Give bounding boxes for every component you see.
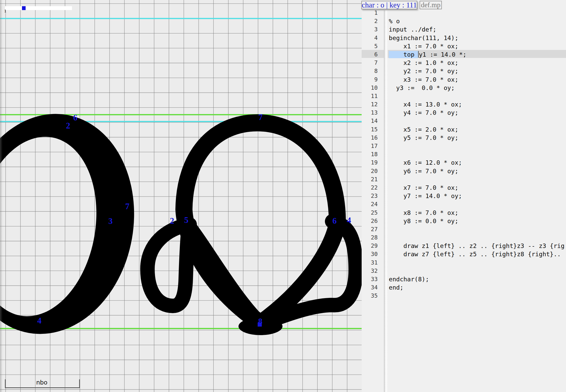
line-number: 31 <box>362 259 378 267</box>
point-label-left-7[interactable]: 7 <box>125 202 130 211</box>
line-number: 5 <box>362 42 378 50</box>
code-line-16[interactable]: y5 := 7.0 * oy; <box>389 134 566 142</box>
code-text: y1 := 14.0 *; <box>419 51 466 58</box>
line-number: 30 <box>362 250 378 258</box>
line-number: 17 <box>362 142 378 150</box>
selected-text: top <box>389 51 418 58</box>
line-number: 10 <box>362 84 378 92</box>
line-number: 14 <box>362 117 378 125</box>
code-line-26[interactable]: y8 := 0.0 * oy; <box>389 217 566 225</box>
line-number: 32 <box>362 267 378 275</box>
code-line-10[interactable]: y3 := 0.0 * oy; <box>389 84 566 92</box>
point-label-right-4[interactable]: 4 <box>347 216 351 225</box>
code-line-23[interactable]: y7 := 14.0 * oy; <box>389 192 566 200</box>
code-line-9[interactable]: x3 := 7.0 * ox; <box>389 76 566 84</box>
line-number: 24 <box>362 200 378 208</box>
ruler-mark: 1 <box>4 9 6 14</box>
point-label-right-6[interactable]: 6 <box>332 216 337 225</box>
line-number: 33 <box>362 275 378 283</box>
code-line-27[interactable] <box>389 225 566 233</box>
preview-slider-track[interactable] <box>5 6 72 10</box>
line-number: 35 <box>362 292 378 300</box>
code-line-25[interactable]: x8 := 7.0 * ox; <box>389 209 566 217</box>
line-number: 3 <box>362 25 378 34</box>
code-line-5[interactable]: x1 := 7.0 * ox; <box>389 42 566 50</box>
code-line-7[interactable]: x2 := 1.0 * ox; <box>389 59 566 67</box>
tab-char[interactable]: char : o | key : 111 <box>361 1 417 9</box>
line-number: 29 <box>362 242 378 250</box>
point-label-left-3[interactable]: 3 <box>108 216 113 226</box>
line-number: 18 <box>362 150 378 159</box>
code-line-20[interactable]: y6 := 7.0 * oy; <box>389 167 566 175</box>
line-number: 34 <box>362 283 378 292</box>
line-number: 25 <box>362 209 378 217</box>
code-line-30[interactable]: draw z7 {left} .. z5 .. {right}z8 {right… <box>389 250 566 258</box>
line-number: 1 <box>362 9 378 17</box>
slider-handle[interactable] <box>22 6 26 10</box>
code-line-6[interactable]: top y1 := 14.0 *; <box>389 50 566 59</box>
test-string-label: nbo <box>36 379 47 386</box>
line-number: 2 <box>362 17 378 25</box>
tab-def[interactable]: def.mp <box>420 1 442 9</box>
code-line-17[interactable] <box>389 142 566 150</box>
code-line-31[interactable] <box>389 259 566 267</box>
line-number: 21 <box>362 175 378 184</box>
code-line-2[interactable]: % o <box>389 17 566 25</box>
line-number: 28 <box>362 233 378 242</box>
line-number: 12 <box>362 100 378 109</box>
line-number-gutter: 1234567891011121314151617181920212223242… <box>362 9 378 300</box>
line-number: 27 <box>362 225 378 233</box>
line-number: 19 <box>362 159 378 167</box>
code-line-3[interactable]: input ../def; <box>389 25 566 34</box>
line-number: 20 <box>362 167 378 175</box>
line-number: 16 <box>362 134 378 142</box>
line-number: 7 <box>362 59 378 67</box>
code-line-24[interactable] <box>389 200 566 208</box>
code-line-19[interactable]: x6 := 12.0 * ox; <box>389 159 566 167</box>
gutter-divider <box>384 10 388 392</box>
point-label-right-5[interactable]: 5 <box>184 215 189 225</box>
code-line-21[interactable] <box>389 175 566 184</box>
point-label-right-8[interactable]: 8 <box>258 317 263 326</box>
code-line-22[interactable]: x7 := 7.0 * ox; <box>389 184 566 192</box>
code-editor-panel[interactable]: 1234567891011121314151617181920212223242… <box>362 0 566 392</box>
line-number: 23 <box>362 192 378 200</box>
line-number: 26 <box>362 217 378 225</box>
code-line-1[interactable] <box>389 9 566 17</box>
line-number: 11 <box>362 92 378 100</box>
line-number: 13 <box>362 109 378 117</box>
code-line-13[interactable]: y4 := 7.0 * oy; <box>389 109 566 117</box>
line-number: 6 <box>362 50 378 59</box>
glyph-preview-canvas[interactable]: 62734725648 <box>0 0 362 392</box>
code-line-29[interactable]: draw z1 {left} .. z2 .. {right}z3 -- z3 … <box>389 242 566 250</box>
code-text-area[interactable]: % oinput ../def;beginchar(111, 14); x1 :… <box>389 9 566 300</box>
line-number: 22 <box>362 184 378 192</box>
code-line-33[interactable]: endchar(8); <box>389 275 566 283</box>
code-line-8[interactable]: y2 := 7.0 * oy; <box>389 67 566 75</box>
point-label-left-4[interactable]: 4 <box>37 316 42 325</box>
point-label-right-2[interactable]: 2 <box>170 216 174 225</box>
code-line-28[interactable] <box>389 233 566 242</box>
code-line-18[interactable] <box>389 150 566 159</box>
code-line-35[interactable] <box>389 292 566 300</box>
line-number: 8 <box>362 67 378 75</box>
code-line-4[interactable]: beginchar(111, 14); <box>389 34 566 42</box>
point-label-left-6[interactable]: 6 <box>73 113 78 122</box>
line-number: 15 <box>362 125 378 134</box>
line-number: 9 <box>362 76 378 84</box>
code-line-15[interactable]: x5 := 2.0 * ox; <box>389 125 566 134</box>
code-line-32[interactable] <box>389 267 566 275</box>
line-number: 4 <box>362 34 378 42</box>
point-label-left-2[interactable]: 2 <box>66 121 70 130</box>
glyph-left-outline <box>0 109 145 346</box>
left-edge-shade <box>0 0 3 392</box>
code-line-12[interactable]: x4 := 13.0 * ox; <box>389 100 566 109</box>
code-line-11[interactable] <box>389 92 566 100</box>
app-window: 62734725648 1 nbo 1234567891011121314151… <box>0 0 566 392</box>
point-label-right-7[interactable]: 7 <box>258 112 263 122</box>
code-line-14[interactable] <box>389 117 566 125</box>
code-line-34[interactable]: end; <box>389 283 566 292</box>
